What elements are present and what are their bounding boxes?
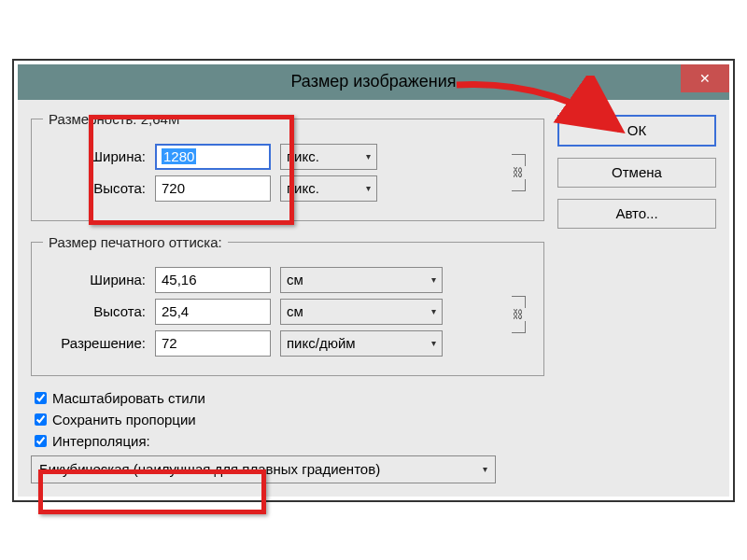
constrain-link-icon: ⛓ [504,267,532,362]
interpolation-checkbox[interactable]: Интерполяция: [31,432,544,450]
print-width-input[interactable]: 45,16 [155,267,271,293]
resolution-input[interactable]: 72 [155,330,271,357]
image-size-dialog: Размер изображения ✕ Размерность: 2,64M … [18,64,729,497]
interpolation-select[interactable]: Бикубическая (наилучшая для плавных град… [31,455,496,483]
print-size-legend: Размер печатного оттиска: [43,234,228,250]
print-height-input[interactable]: 25,4 [155,299,271,325]
print-height-unit-select[interactable]: см▾ [280,299,443,325]
width-unit-select[interactable]: пикс.▾ [280,144,377,170]
cancel-button[interactable]: Отмена [557,158,716,188]
pixel-dimensions-group: Размерность: 2,64M Ширина: 1280 пикс.▾ В… [31,111,544,221]
print-width-label: Ширина: [43,272,155,287]
resolution-unit-select[interactable]: пикс/дюйм▾ [280,330,443,357]
height-label: Высота: [43,180,155,196]
pixel-dimensions-legend: Размерность: 2,64M [43,111,185,127]
titlebar: Размер изображения ✕ [18,64,729,100]
scale-styles-checkbox[interactable]: Масштабировать стили [31,389,544,407]
close-button[interactable]: ✕ [681,64,729,92]
constrain-proportions-checkbox[interactable]: Сохранить пропорции [31,411,544,428]
width-label: Ширина: [43,148,155,164]
interpolation-value: Бикубическая (наилучшая для плавных град… [39,461,380,477]
checkbox-icon[interactable] [35,413,47,426]
print-size-group: Размер печатного оттиска: Ширина: 45,16 … [31,234,544,376]
resolution-label: Разрешение: [43,335,155,351]
close-icon: ✕ [699,71,711,86]
dialog-title: Размер изображения [290,72,456,91]
scale-styles-label: Масштабировать стили [52,390,205,406]
constrain-proportions-label: Сохранить пропорции [52,412,196,427]
ok-button[interactable]: ОК [557,115,716,147]
height-input[interactable]: 720 [155,175,271,202]
print-width-unit-select[interactable]: см▾ [280,267,443,293]
checkbox-icon[interactable] [35,435,47,447]
chevron-down-icon: ▾ [431,274,436,285]
chevron-down-icon: ▾ [431,338,436,348]
height-unit-select[interactable]: пикс.▾ [280,175,377,202]
chevron-down-icon: ▾ [483,464,487,474]
width-input[interactable]: 1280 [155,144,271,170]
constrain-link-icon: ⛓ [504,138,532,207]
chevron-down-icon: ▾ [431,306,436,316]
auto-button[interactable]: Авто... [557,199,716,229]
checkbox-icon[interactable] [35,392,47,404]
print-height-label: Высота: [43,303,155,319]
interpolation-label: Интерполяция: [52,433,150,449]
chevron-down-icon: ▾ [366,183,371,193]
chevron-down-icon: ▾ [366,151,371,161]
